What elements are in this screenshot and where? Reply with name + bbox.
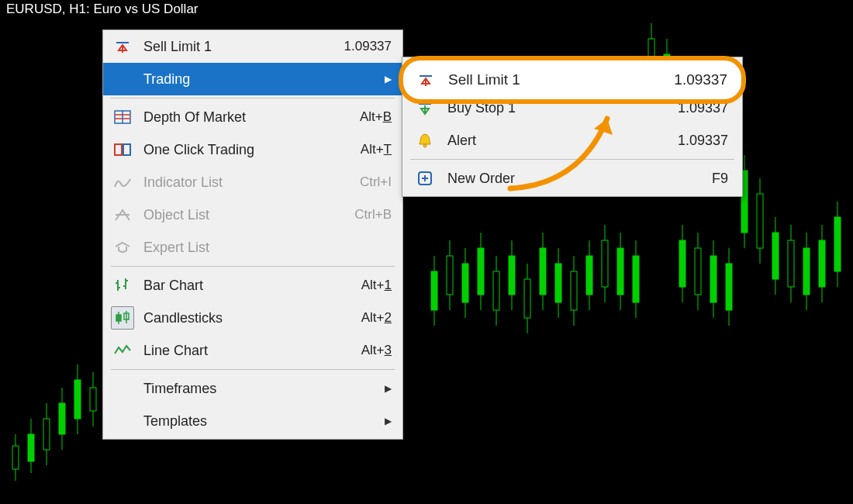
svg-rect-55	[757, 194, 763, 248]
menu-item-indicator-list: Indicator List Ctrl+I	[103, 166, 402, 198]
menu-label: Object List	[143, 207, 354, 223]
svg-rect-73	[123, 144, 130, 155]
menu-label: Trading	[143, 71, 378, 88]
menu-separator	[410, 159, 734, 160]
menu-label: One Click Trading	[143, 142, 361, 158]
svg-rect-29	[555, 264, 561, 302]
submenu-label: Alert	[447, 133, 678, 149]
svg-rect-17	[462, 264, 468, 302]
svg-rect-21	[493, 271, 499, 310]
sell-limit-icon	[111, 35, 134, 58]
menu-item-expert-list: Expert List	[103, 231, 402, 264]
submenu-arrow-icon: ▶	[385, 416, 392, 426]
submenu-arrow-icon: ▶	[385, 383, 392, 394]
chart-title: EURUSD, H1: Euro vs US Dollar	[0, 0, 205, 19]
svg-rect-61	[803, 248, 810, 295]
menu-label: Sell Limit 1	[143, 39, 344, 55]
submenu-arrow-icon: ▶	[385, 74, 392, 85]
one-click-trading-icon	[111, 138, 134, 161]
svg-rect-31	[571, 271, 577, 310]
menu-item-trading[interactable]: Trading ▶	[103, 63, 402, 95]
alert-bell-icon	[413, 129, 437, 152]
svg-rect-49	[710, 256, 717, 302]
menu-item-templates[interactable]: Templates ▶	[103, 405, 402, 437]
menu-item-one-click-trading[interactable]: One Click Trading Alt+T	[103, 133, 402, 166]
chart-context-menu: Sell Limit 1 1.09337 Trading ▶ Depth Of …	[102, 29, 403, 440]
menu-item-depth-of-market[interactable]: Depth Of Market Alt+B	[103, 101, 402, 133]
submenu-value: 1.09337	[678, 133, 728, 149]
svg-rect-9	[74, 380, 81, 419]
submenu-item-new-order[interactable]: New Order F9	[402, 162, 742, 195]
svg-rect-51	[726, 264, 732, 310]
svg-rect-35	[602, 240, 608, 287]
menu-item-sell-limit[interactable]: Sell Limit 1 1.09337	[103, 30, 402, 63]
menu-label: Timeframes	[143, 381, 378, 397]
svg-rect-72	[115, 144, 122, 155]
line-chart-icon	[111, 339, 134, 362]
menu-shortcut: Alt+3	[361, 343, 392, 358]
menu-label: Expert List	[143, 240, 392, 256]
svg-rect-13	[431, 271, 437, 310]
svg-rect-82	[116, 315, 121, 321]
svg-rect-57	[772, 233, 779, 279]
svg-rect-15	[447, 256, 453, 295]
svg-rect-63	[819, 240, 825, 287]
menu-label: Candlesticks	[143, 310, 361, 326]
svg-rect-33	[586, 256, 592, 295]
menu-separator	[111, 266, 395, 267]
menu-shortcut: Alt+T	[361, 142, 392, 157]
menu-label: Templates	[143, 413, 378, 430]
svg-rect-47	[695, 248, 701, 295]
svg-rect-7	[59, 403, 65, 434]
svg-rect-27	[540, 248, 546, 295]
svg-rect-1	[12, 446, 19, 469]
expert-list-icon	[111, 236, 134, 259]
menu-value: 1.09337	[344, 39, 392, 54]
menu-item-timeframes[interactable]: Timeframes ▶	[103, 372, 402, 405]
menu-item-bar-chart[interactable]: Bar Chart Alt+1	[103, 269, 402, 302]
svg-rect-37	[617, 248, 623, 295]
callout-value: 1.09337	[674, 71, 727, 88]
menu-item-object-list: Object List Ctrl+B	[103, 198, 402, 231]
menu-shortcut: Ctrl+I	[360, 174, 392, 190]
menu-shortcut: Alt+B	[360, 109, 392, 125]
blank-icon	[111, 67, 134, 91]
menu-shortcut: Alt+1	[361, 278, 392, 293]
svg-rect-11	[90, 388, 96, 411]
highlight-callout: Sell Limit 1 1.09337	[399, 56, 746, 104]
svg-rect-59	[788, 240, 794, 287]
menu-label: Bar Chart	[143, 278, 361, 294]
svg-rect-65	[834, 217, 841, 271]
callout-label: Sell Limit 1	[448, 71, 674, 88]
candlesticks-icon	[111, 306, 134, 330]
menu-item-line-chart[interactable]: Line Chart Alt+3	[103, 334, 402, 367]
bar-chart-icon	[111, 274, 134, 297]
depth-of-market-icon	[111, 105, 134, 129]
svg-rect-5	[43, 419, 50, 450]
svg-rect-25	[524, 279, 530, 318]
svg-rect-3	[28, 434, 34, 461]
menu-label: Indicator List	[143, 174, 360, 191]
menu-shortcut: Alt+2	[361, 310, 392, 326]
blank-icon	[111, 409, 134, 433]
menu-shortcut: Ctrl+B	[354, 207, 392, 223]
submenu-label: New Order	[447, 171, 712, 187]
blank-icon	[111, 377, 134, 400]
menu-label: Line Chart	[143, 343, 361, 359]
svg-rect-39	[633, 256, 639, 302]
submenu-shortcut: F9	[712, 171, 728, 187]
svg-rect-23	[509, 256, 515, 295]
indicator-list-icon	[111, 171, 134, 194]
menu-label: Depth Of Market	[143, 109, 360, 126]
sell-limit-icon	[414, 68, 437, 91]
svg-rect-45	[679, 240, 686, 287]
menu-separator	[111, 98, 395, 98]
menu-separator	[111, 369, 395, 370]
svg-point-89	[423, 144, 427, 147]
submenu-item-alert[interactable]: Alert 1.09337	[402, 124, 742, 157]
object-list-icon	[111, 203, 134, 226]
new-order-icon	[413, 167, 437, 190]
svg-rect-19	[478, 248, 484, 295]
menu-item-candlesticks[interactable]: Candlesticks Alt+2	[103, 302, 402, 334]
